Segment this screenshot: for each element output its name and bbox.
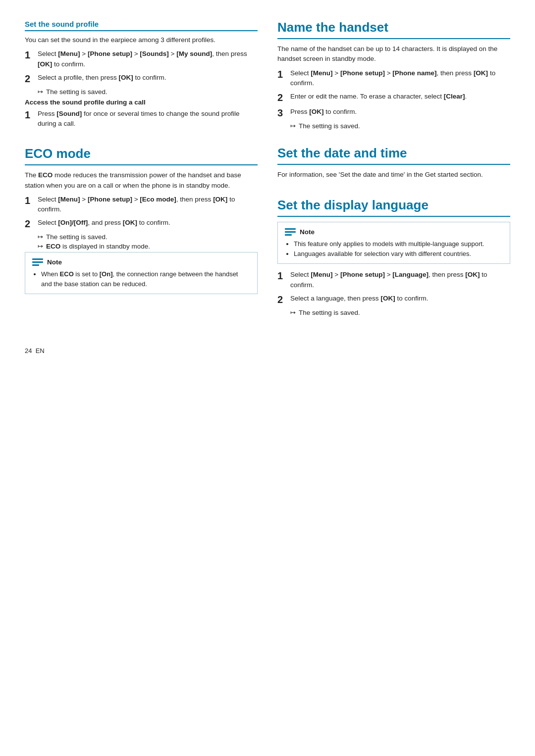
sound-step-2: 2 Select a profile, then press [OK] to c… [25,73,258,85]
sound-profile-title: Set the sound profile [25,20,258,31]
date-time-intro: For information, see 'Set the date and t… [277,170,510,180]
language-note-header: Note [285,227,503,236]
name-handset-result: ↦ The setting is saved. [290,122,510,130]
eco-step-2: 2 Select [On]/[Off], and press [OK] to c… [25,218,258,230]
language-step-1: 1 Select [Menu] > [Phone setup] > [Langu… [277,270,510,290]
language-steps: 1 Select [Menu] > [Phone setup] > [Langu… [277,270,510,305]
language-note-box: Note This feature only applies to models… [277,222,510,264]
name-step-2: 2 Enter or edit the name. To erase a cha… [277,92,510,103]
sound-sub-heading: Access the sound profile during a call [25,99,258,106]
name-step-3: 3 Press [OK] to confirm. [277,107,510,119]
eco-note-label: Note [47,258,62,266]
note-icon-lang [285,227,296,236]
sound-result: ↦ The setting is saved. [38,88,258,96]
eco-note-list: When ECO is set to [On], the connection … [32,269,250,289]
display-language-title: Set the display language [277,198,510,217]
language-note-item-2: Languages available for selection vary w… [294,249,503,259]
eco-steps: 1 Select [Menu] > [Phone setup] > [Eco m… [25,195,258,230]
name-handset-intro: The name of the handset can be up to 14 … [277,44,510,64]
language-result: ↦ The setting is saved. [290,309,510,316]
eco-mode-section: ECO mode The ECO mode reduces the transm… [25,146,258,300]
left-column: Set the sound profile You can set the so… [25,20,258,332]
language-step-2: 2 Select a language, then press [OK] to … [277,294,510,305]
language-note-label: Note [300,228,315,236]
eco-step-1: 1 Select [Menu] > [Phone setup] > [Eco m… [25,195,258,215]
eco-note-header: Note [32,257,250,266]
sound-step-1: 1 Select [Menu] > [Phone setup] > [Sound… [25,49,258,69]
name-handset-title: Name the handset [277,20,510,39]
page-footer: 24 EN [25,347,510,354]
note-icon [32,257,43,266]
eco-mode-title: ECO mode [25,146,258,165]
eco-note-box: Note When ECO is set to [On], the connec… [25,252,258,294]
date-time-section: Set the date and time For information, s… [277,146,510,184]
eco-result1: ↦ The setting is saved. [38,233,258,241]
name-step-1: 1 Select [Menu] > [Phone setup] > [Phone… [277,68,510,89]
name-handset-section: Name the handset The name of the handset… [277,20,510,132]
sound-sub-steps: 1 Press [Sound] for once or several time… [25,109,258,129]
date-time-title: Set the date and time [277,146,510,165]
eco-note-item-1: When ECO is set to [On], the connection … [41,269,250,289]
name-handset-steps: 1 Select [Menu] > [Phone setup] > [Phone… [277,68,510,119]
sound-profile-section: Set the sound profile You can set the so… [25,20,258,132]
page-lang: EN [36,347,45,354]
display-language-section: Set the display language Note This featu… [277,198,510,318]
sound-sub-step-1: 1 Press [Sound] for once or several time… [25,109,258,129]
eco-mode-intro: The ECO mode reduces the transmission po… [25,170,258,191]
language-note-list: This feature only applies to models with… [285,239,503,258]
sound-profile-steps: 1 Select [Menu] > [Phone setup] > [Sound… [25,49,258,85]
eco-result2: ↦ ECO is displayed in standby mode. [38,243,258,250]
language-note-item-1: This feature only applies to models with… [294,239,503,249]
sound-profile-intro: You can set the sound in the earpiece am… [25,35,258,45]
page-number: 24 [25,347,32,354]
right-column: Name the handset The name of the handset… [277,20,510,332]
